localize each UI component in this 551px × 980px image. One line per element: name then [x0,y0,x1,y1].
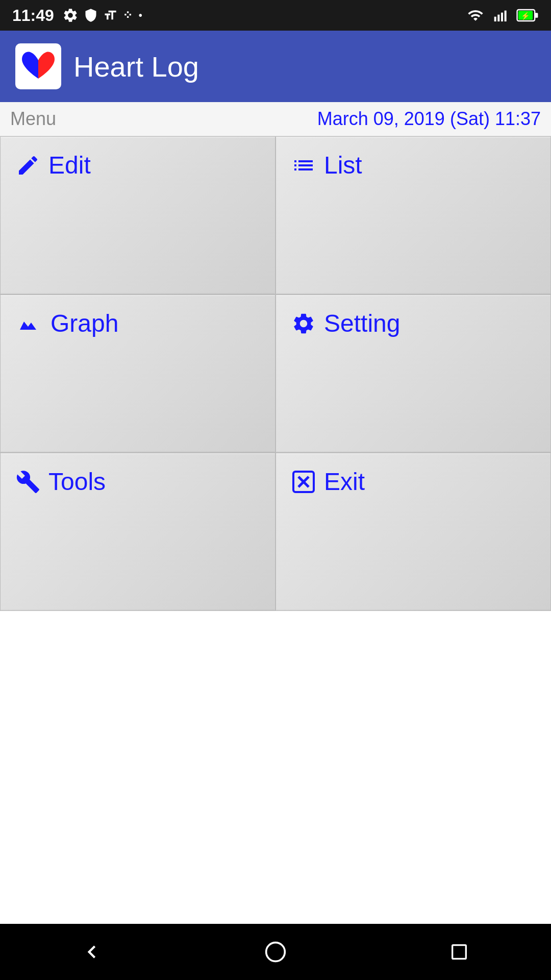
exit-icon [291,470,316,494]
graph-button[interactable]: Graph [0,295,276,453]
signal-icon [492,7,510,23]
exit-button[interactable]: Exit [276,453,551,611]
svg-point-11 [266,943,285,962]
app-header: Heart Log [0,31,551,102]
graph-label: Graph [51,309,118,337]
nav-bar [0,924,551,980]
menu-datetime: March 09, 2019 (Sat) 11:37 [317,108,541,130]
svg-rect-0 [494,17,496,21]
svg-rect-12 [453,945,466,959]
settings-icon [62,7,79,23]
svg-text:⚡: ⚡ [521,11,530,20]
gear-icon [291,311,316,336]
back-button[interactable] [71,932,112,972]
content-area [0,611,551,924]
recents-button[interactable] [439,932,480,972]
wifi-icon [465,7,486,23]
tools-icon [16,470,40,494]
tools-button[interactable]: Tools [0,453,276,611]
edit-button[interactable]: Edit [0,136,276,295]
exit-label: Exit [324,468,365,496]
dots-icon: ⁘ [122,8,134,22]
menu-label: Menu [10,108,56,130]
graph-icon [16,311,42,336]
tools-label: Tools [48,468,106,496]
dot-icon: • [139,10,142,21]
setting-label: Setting [324,309,400,337]
battery-icon: ⚡ [516,7,539,23]
menu-grid: Edit List Graph Setting [0,136,551,611]
status-time: 11:49 [12,6,54,25]
edit-label: Edit [48,151,91,179]
status-bar: 11:49 ⁘ • [0,0,551,31]
app-logo [15,43,61,89]
list-label: List [324,151,362,179]
setting-button[interactable]: Setting [276,295,551,453]
home-button[interactable] [255,932,296,972]
list-button[interactable]: List [276,136,551,295]
list-icon [291,153,316,178]
heart-logo-icon [20,50,57,83]
menu-bar: Menu March 09, 2019 (Sat) 11:37 [0,102,551,136]
font-icon [103,7,117,23]
svg-rect-1 [497,15,499,21]
back-icon [79,939,105,965]
svg-rect-2 [501,13,503,21]
home-icon [264,941,287,963]
app-title: Heart Log [73,50,199,83]
shield-icon [84,7,98,23]
edit-icon [16,153,40,178]
svg-rect-6 [535,13,538,17]
svg-rect-3 [505,11,507,21]
recents-icon [449,942,469,962]
